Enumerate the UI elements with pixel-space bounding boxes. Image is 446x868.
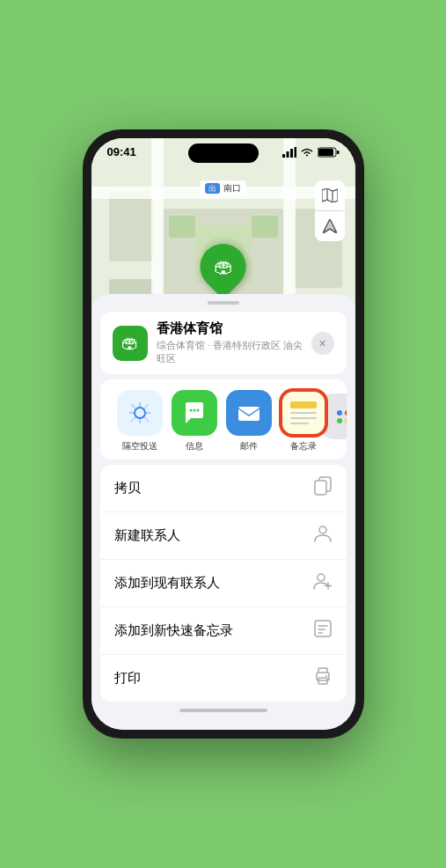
- copy-svg: [313, 476, 333, 496]
- share-row: 隔空投送 信息: [100, 379, 347, 460]
- pin-circle: 🏟: [191, 234, 256, 299]
- svg-rect-1: [286, 151, 289, 158]
- action-new-contact[interactable]: 新建联系人: [100, 512, 347, 560]
- action-copy[interactable]: 拷贝: [100, 465, 347, 512]
- entrance-badge: 出: [205, 183, 220, 194]
- share-airdrop[interactable]: 隔空投送: [113, 390, 167, 452]
- copy-icon: [313, 476, 333, 500]
- action-add-note[interactable]: 添加到新快速备忘录: [100, 607, 347, 655]
- notes-lines: [290, 401, 317, 424]
- notes-top-bar: [290, 401, 317, 408]
- share-notes[interactable]: 备忘录: [276, 390, 331, 452]
- person-add-icon: [313, 571, 333, 595]
- svg-rect-34: [315, 481, 326, 495]
- svg-rect-19: [169, 216, 195, 238]
- svg-point-36: [318, 574, 325, 581]
- notes-label: 备忘录: [290, 440, 317, 452]
- mail-svg: [237, 401, 261, 425]
- note-icon: [313, 619, 333, 643]
- home-indicator: [179, 709, 267, 712]
- svg-point-31: [196, 409, 199, 412]
- svg-rect-9: [109, 191, 153, 261]
- map-type-icon: [322, 188, 338, 202]
- svg-point-29: [189, 409, 192, 412]
- svg-rect-3: [294, 147, 296, 158]
- print-icon: [313, 666, 333, 690]
- print-label: 打印: [114, 670, 141, 687]
- phone-screen: 09:41: [91, 138, 355, 730]
- svg-rect-2: [290, 149, 293, 158]
- venue-info: 香港体育馆 综合体育馆 · 香港特别行政区 油尖旺区: [157, 320, 311, 365]
- add-existing-label: 添加到现有联系人: [114, 575, 220, 592]
- wifi-icon: [300, 147, 314, 158]
- svg-marker-23: [322, 188, 338, 202]
- dynamic-island: [188, 143, 259, 163]
- svg-rect-20: [252, 216, 278, 238]
- notes-line-2: [290, 417, 317, 419]
- venue-header: 🏟 香港体育馆 综合体育馆 · 香港特别行政区 油尖旺区 ×: [100, 312, 347, 374]
- person-add-svg: [313, 571, 333, 591]
- stadium-icon: 🏟: [214, 255, 233, 278]
- signal-icon: [282, 147, 296, 158]
- note-svg: [313, 619, 333, 638]
- notes-line-1: [290, 412, 317, 414]
- map-type-button[interactable]: [315, 180, 345, 210]
- status-icons: [282, 147, 340, 158]
- svg-rect-32: [238, 407, 260, 421]
- action-add-existing[interactable]: 添加到现有联系人: [100, 560, 347, 607]
- svg-point-30: [193, 409, 195, 412]
- close-button[interactable]: ×: [311, 332, 334, 355]
- new-contact-label: 新建联系人: [114, 527, 180, 544]
- svg-rect-39: [315, 621, 331, 636]
- notes-icon: [281, 390, 326, 436]
- airdrop-svg: [128, 401, 152, 425]
- copy-label: 拷贝: [114, 480, 141, 497]
- map-controls[interactable]: [315, 180, 345, 241]
- venue-name: 香港体育馆: [157, 320, 311, 337]
- mail-icon: [226, 390, 272, 436]
- add-note-label: 添加到新快速备忘录: [114, 622, 233, 639]
- svg-point-28: [135, 408, 145, 418]
- messages-icon: [172, 390, 217, 436]
- svg-point-45: [325, 675, 327, 677]
- action-print[interactable]: 打印: [100, 655, 347, 702]
- share-mail[interactable]: 邮件: [222, 390, 276, 452]
- phone-frame: 09:41: [83, 129, 364, 739]
- location-arrow-icon: [323, 219, 337, 233]
- status-time: 09:41: [107, 145, 136, 158]
- bottom-sheet: 🏟 香港体育馆 综合体育馆 · 香港特别行政区 油尖旺区 ×: [91, 294, 355, 730]
- venue-desc: 综合体育馆 · 香港特别行政区 油尖旺区: [157, 339, 311, 365]
- airdrop-label: 隔空投送: [122, 440, 157, 452]
- sheet-handle: [208, 301, 239, 305]
- battery-icon: [318, 147, 340, 158]
- action-list: 拷贝 新建联系人: [100, 465, 347, 702]
- person-svg: [313, 524, 333, 543]
- airdrop-icon: [117, 390, 163, 436]
- svg-rect-5: [318, 149, 333, 156]
- svg-point-35: [319, 526, 326, 533]
- svg-rect-6: [337, 151, 340, 154]
- venue-header-icon: 🏟: [113, 326, 148, 361]
- share-messages[interactable]: 信息: [167, 390, 222, 452]
- share-more[interactable]: [331, 390, 347, 452]
- notes-line-3: [290, 423, 309, 424]
- map-entrance-label: 出 南口: [200, 180, 247, 196]
- mail-label: 邮件: [240, 440, 258, 452]
- print-svg: [313, 666, 333, 686]
- messages-label: 信息: [186, 440, 203, 452]
- svg-rect-0: [282, 154, 285, 158]
- person-icon: [313, 524, 333, 548]
- messages-svg: [182, 401, 207, 425]
- location-button[interactable]: [315, 211, 345, 241]
